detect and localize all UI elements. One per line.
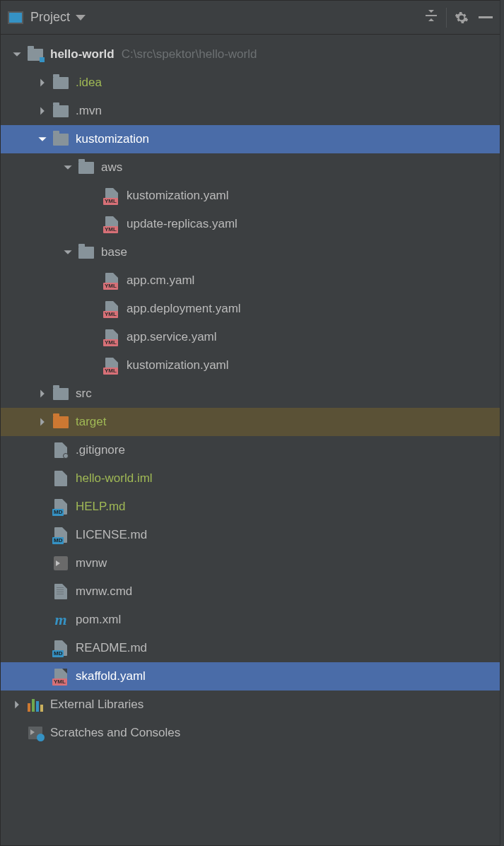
collapse-all-button[interactable] [419,6,443,30]
tree-folder-base[interactable]: base [1,238,503,266]
folder-icon [52,74,70,92]
tree-file-gitignore[interactable]: .gitignore [1,436,503,464]
tree-label: update-replicas.yaml [127,217,238,231]
tree-folder-kustomization[interactable]: kustomization [1,125,503,153]
project-tool-toolbar: Project [1,1,503,35]
tree-label: README.md [76,641,147,655]
tree-file-hello-world-iml[interactable]: hello-world.iml [1,464,503,493]
tree-file-license-md[interactable]: MD LICENSE.md [1,521,503,549]
maven-pom-icon: m [52,611,70,629]
tree-label: .idea [76,76,102,90]
tree-label: base [101,245,127,259]
shell-script-icon [52,554,70,572]
yaml-file-icon: YML [102,300,121,318]
gitignore-file-icon [52,441,70,459]
tree-label: hello-world.iml [76,471,153,486]
text-file-icon [52,582,70,601]
tree-label: src [76,387,92,401]
project-window-icon [8,11,23,24]
tree-root-hello-world[interactable]: hello-world C:\src\spektor\hello-world [1,40,503,69]
tree-file-base-kustomization-yaml[interactable]: YML kustomization.yaml [1,351,503,380]
tree-label: mvnw [76,556,107,570]
minimize-icon [479,16,493,18]
tree-file-readme-md[interactable]: MD README.md [1,634,503,662]
yaml-file-icon: YML [102,187,121,205]
tree-file-mvnw[interactable]: mvnw [1,549,503,577]
panel-resize-handle[interactable] [500,0,504,846]
settings-button[interactable] [450,6,474,30]
tree-folder-idea[interactable]: .idea [1,69,503,97]
yaml-file-icon: YML [102,356,121,375]
folder-icon [52,130,70,148]
dropdown-triangle-icon [76,15,86,20]
iml-file-icon [52,469,70,488]
tree-label: .mvn [76,104,102,118]
tree-file-skaffold-yaml[interactable]: YML skaffold.yaml [1,662,503,691]
tree-label: hello-world [50,47,115,61]
libraries-icon [26,695,45,714]
tree-label: app.deployment.yaml [127,302,241,316]
chevron-down-icon[interactable] [59,158,77,177]
tree-label: aws [101,160,122,175]
tree-file-app-deployment-yaml[interactable]: YML app.deployment.yaml [1,295,503,323]
markdown-file-icon: MD [52,498,70,516]
excluded-folder-icon [52,413,70,431]
tree-label: pom.xml [76,613,121,627]
chevron-down-icon[interactable] [33,130,52,148]
project-view-selector[interactable]: Project [8,10,86,25]
tree-folder-aws[interactable]: aws [1,153,503,182]
gear-icon [455,11,469,25]
tree-label: HELP.md [76,500,126,514]
yaml-file-icon: YML [52,667,70,686]
tree-scratches-consoles[interactable]: Scratches and Consoles [1,719,503,747]
yaml-file-icon: YML [102,215,121,233]
tree-label: kustomization.yaml [127,189,229,203]
tree-label: target [76,415,106,429]
scratches-icon [26,724,45,742]
tree-label: Scratches and Consoles [50,726,180,740]
module-folder-icon [26,45,45,64]
yaml-file-icon: YML [102,328,121,346]
tree-file-pom-xml[interactable]: m pom.xml [1,606,503,634]
tree-path: C:\src\spektor\hello-world [122,47,257,61]
tree-file-help-md[interactable]: MD HELP.md [1,493,503,521]
tree-folder-mvn[interactable]: .mvn [1,97,503,125]
tree-folder-src[interactable]: src [1,380,503,408]
tree-external-libraries[interactable]: External Libraries [1,691,503,719]
yaml-file-icon: YML [102,271,121,290]
tree-file-mvnw-cmd[interactable]: mvnw.cmd [1,577,503,606]
toolbar-separator [446,8,447,28]
chevron-right-icon[interactable] [33,102,52,120]
tree-label: LICENSE.md [76,528,147,542]
tree-label: External Libraries [50,698,143,712]
tree-file-update-replicas-yaml[interactable]: YML update-replicas.yaml [1,210,503,238]
tree-label: skaffold.yaml [76,669,146,683]
chevron-right-icon[interactable] [33,384,52,403]
tree-file-app-service-yaml[interactable]: YML app.service.yaml [1,323,503,351]
markdown-file-icon: MD [52,639,70,657]
chevron-right-icon[interactable] [8,695,26,714]
hide-tool-window-button[interactable] [474,6,498,30]
chevron-right-icon[interactable] [33,74,52,92]
tree-label: app.service.yaml [127,330,217,344]
folder-icon [52,102,70,120]
folder-icon [52,384,70,403]
tree-label: kustomization [76,132,149,146]
tree-folder-target[interactable]: target [1,408,503,436]
chevron-down-icon[interactable] [8,45,26,64]
project-tree: hello-world C:\src\spektor\hello-world .… [1,35,503,747]
tree-label: kustomization.yaml [127,358,229,372]
chevron-down-icon[interactable] [59,243,77,262]
chevron-right-icon[interactable] [33,413,52,431]
collapse-all-icon [424,8,438,26]
tree-label: mvnw.cmd [76,584,132,599]
tree-label: app.cm.yaml [127,274,194,288]
toolbar-title: Project [30,10,70,25]
markdown-file-icon: MD [52,526,70,544]
tree-label: .gitignore [76,443,125,457]
tree-file-aws-kustomization-yaml[interactable]: YML kustomization.yaml [1,182,503,210]
folder-icon [77,243,95,262]
folder-icon [77,158,95,177]
tree-file-app-cm-yaml[interactable]: YML app.cm.yaml [1,266,503,295]
